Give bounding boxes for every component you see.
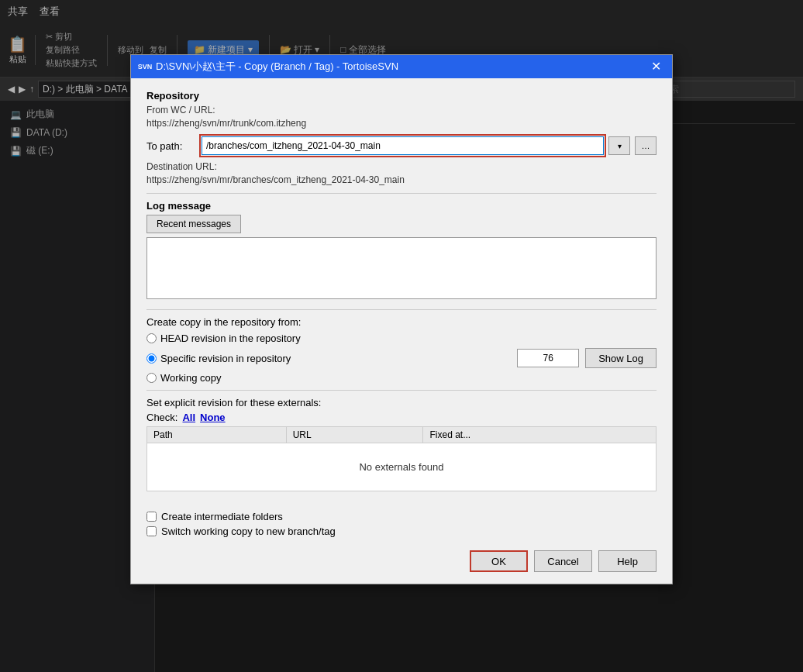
head-revision-row: HEAD revision in the repository <box>146 333 657 344</box>
radio-group: HEAD revision in the repository Specific… <box>146 333 657 384</box>
working-copy-row: Working copy <box>146 372 657 384</box>
cancel-button[interactable]: Cancel <box>534 550 592 572</box>
dialog-footer: OK Cancel Help <box>131 544 672 584</box>
log-message-label: Log message <box>146 200 657 212</box>
log-message-section: Log message Recent messages <box>146 200 657 302</box>
check-row: Check: All None <box>146 412 657 423</box>
from-wc-url-label: From WC / URL: <box>146 105 657 115</box>
dialog-overlay: SVN D:\SVN\小赵\主干 - Copy (Branch / Tag) -… <box>0 0 803 672</box>
working-copy-radio[interactable] <box>146 373 157 383</box>
url-column-header: URL <box>286 427 423 443</box>
revision-input[interactable] <box>517 349 579 367</box>
create-intermediate-checkbox[interactable] <box>146 512 157 522</box>
destination-url-label: Destination URL: <box>146 161 657 172</box>
head-revision-label[interactable]: HEAD revision in the repository <box>160 333 301 344</box>
none-link[interactable]: None <box>200 412 226 423</box>
specific-revision-left: Specific revision in repository <box>146 353 517 364</box>
specific-revision-right: Show Log <box>517 348 657 368</box>
recent-messages-button[interactable]: Recent messages <box>146 215 241 233</box>
switch-working-copy-label[interactable]: Switch working copy to new branch/tag <box>161 526 336 537</box>
externals-table: Path URL Fixed at... No externals found <box>146 426 657 491</box>
dialog-title-left: SVN D:\SVN\小赵\主干 - Copy (Branch / Tag) -… <box>139 60 398 74</box>
to-path-label: To path: <box>146 140 197 152</box>
specific-revision-row: Specific revision in repository Show Log <box>146 348 657 368</box>
table-row: No externals found <box>147 443 657 491</box>
externals-section: Set explicit revision for these external… <box>146 397 657 491</box>
log-message-textarea[interactable] <box>146 237 657 299</box>
specific-revision-radio[interactable] <box>146 353 157 364</box>
close-button[interactable]: ✕ <box>648 60 664 73</box>
working-copy-label[interactable]: Working copy <box>160 372 222 384</box>
destination-url-value: https://zheng/svn/mr/branches/com_itzhen… <box>146 174 657 185</box>
copy-branch-tag-dialog: SVN D:\SVN\小赵\主干 - Copy (Branch / Tag) -… <box>130 54 673 584</box>
head-revision-radio[interactable] <box>146 333 157 343</box>
dialog-title: D:\SVN\小赵\主干 - Copy (Branch / Tag) - Tor… <box>156 60 398 74</box>
no-externals-message: No externals found <box>153 446 650 488</box>
path-column-header: Path <box>147 427 287 443</box>
to-path-input[interactable] <box>202 136 604 155</box>
help-button[interactable]: Help <box>598 550 657 572</box>
ok-button[interactable]: OK <box>470 550 528 572</box>
create-copy-section: Create copy in the repository from: HEAD… <box>146 316 657 384</box>
create-intermediate-label[interactable]: Create intermediate folders <box>161 511 283 522</box>
check-label: Check: <box>146 412 177 423</box>
externals-label: Set explicit revision for these external… <box>146 397 657 408</box>
switch-working-copy-row: Switch working copy to new branch/tag <box>146 526 657 537</box>
divider-1 <box>146 193 657 194</box>
create-intermediate-row: Create intermediate folders <box>146 511 657 522</box>
to-path-browse-btn[interactable]: … <box>635 136 657 155</box>
switch-working-copy-checkbox[interactable] <box>146 526 157 536</box>
dialog-titlebar: SVN D:\SVN\小赵\主干 - Copy (Branch / Tag) -… <box>131 55 672 78</box>
divider-3 <box>146 390 657 391</box>
create-copy-label: Create copy in the repository from: <box>146 316 657 328</box>
specific-revision-label[interactable]: Specific revision in repository <box>160 353 291 364</box>
repository-label: Repository <box>146 90 657 102</box>
fixed-at-column-header: Fixed at... <box>423 427 657 443</box>
divider-2 <box>146 309 657 310</box>
from-wc-url-value: https://zheng/svn/mr/trunk/com.itzheng <box>146 118 657 129</box>
to-path-row: To path: ▾ … <box>146 136 657 155</box>
svn-icon: SVN <box>139 60 151 73</box>
all-link[interactable]: All <box>182 412 195 423</box>
bottom-checkboxes: Create intermediate folders Switch worki… <box>131 511 672 544</box>
show-log-button[interactable]: Show Log <box>585 348 657 368</box>
to-path-dropdown-btn[interactable]: ▾ <box>608 136 630 155</box>
dialog-body: Repository From WC / URL: https://zheng/… <box>131 78 672 511</box>
